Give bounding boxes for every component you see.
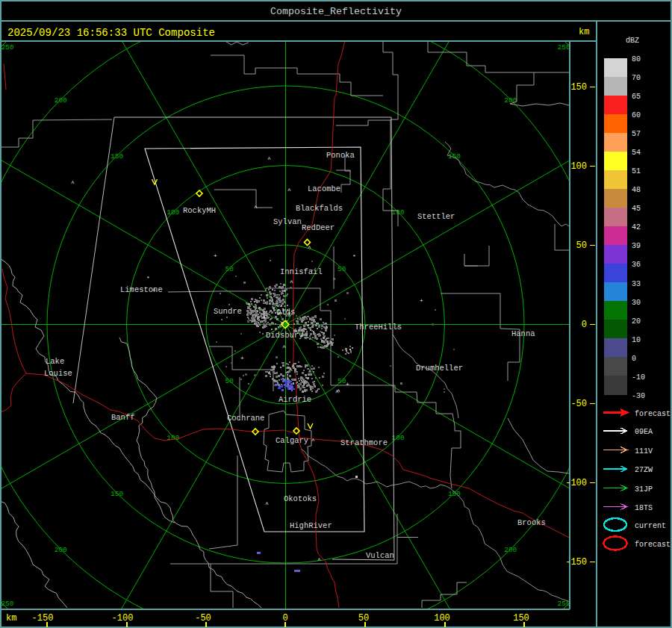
svg-text:18TS: 18TS [635,504,653,512]
svg-text:*: * [146,275,150,282]
svg-text:250: 250 [558,43,570,52]
svg-text:100: 100 [434,613,450,624]
svg-text:Sundre: Sundre [214,307,242,316]
svg-text:Limestone: Limestone [120,285,163,294]
svg-text:36: 36 [632,261,641,269]
svg-text:+: + [214,252,217,259]
svg-text:-150: -150 [32,613,54,624]
svg-text:ThreeHills: ThreeHills [355,323,402,332]
svg-text:Lacombe: Lacombe [308,184,340,193]
svg-text:Hanna: Hanna [511,329,535,338]
svg-text:Ponoka: Ponoka [326,151,355,160]
svg-text:km: km [579,27,589,37]
svg-text:51: 51 [632,167,641,175]
svg-text:Louise: Louise [44,369,72,378]
svg-text:^: ^ [282,344,286,351]
svg-text:Lake: Lake [46,357,64,366]
svg-text:Composite_Reflectivity: Composite_Reflectivity [270,6,402,17]
svg-text:RedDeer: RedDeer [302,223,335,232]
svg-text:+: + [240,355,244,361]
svg-text:^: ^ [267,156,271,163]
svg-text:150: 150 [111,490,123,498]
svg-text:50: 50 [225,265,234,273]
svg-text:48: 48 [632,186,641,194]
svg-text:50: 50 [576,240,587,251]
svg-text:250: 250 [558,600,570,608]
svg-text:-50: -50 [195,613,211,624]
svg-text:forecast: forecast [635,541,671,549]
svg-text:30: 30 [632,299,641,307]
svg-text:150: 150 [111,152,123,161]
svg-text:39: 39 [632,242,641,250]
svg-text:0: 0 [582,320,587,330]
svg-text:50: 50 [225,377,234,385]
svg-text:Calgary: Calgary [276,436,308,445]
svg-text:65: 65 [632,93,641,101]
svg-text:+: + [420,297,423,304]
svg-text:250: 250 [1,43,13,52]
svg-text:33: 33 [632,280,641,288]
svg-text:2025/09/23 16:56:33 UTC Compos: 2025/09/23 16:56:33 UTC Composite [7,27,215,39]
svg-text:-50: -50 [570,399,587,409]
svg-text:42: 42 [632,223,641,231]
svg-text:^: ^ [289,367,293,374]
svg-text:+: + [263,314,267,321]
svg-text:150: 150 [513,613,529,624]
svg-text:31JP: 31JP [635,485,653,494]
svg-text:-30: -30 [632,392,645,400]
svg-text:100: 100 [167,208,179,217]
svg-text:Drumheller: Drumheller [416,364,463,373]
svg-text:-100: -100 [112,613,134,624]
svg-text:HighRiver: HighRiver [290,521,332,530]
svg-text:current: current [635,522,666,530]
svg-text:Cochrane: Cochrane [227,414,264,423]
svg-text:*: * [352,253,356,260]
svg-text:^: ^ [71,180,75,187]
svg-text:forecast: forecast [635,410,671,418]
svg-text:-10: -10 [632,373,645,382]
svg-text:Strathmore: Strathmore [340,438,388,447]
svg-text:0: 0 [632,355,636,363]
svg-text:111V: 111V [635,447,653,456]
svg-text:RockyMH: RockyMH [183,206,216,215]
svg-text:100: 100 [167,434,179,442]
svg-text:45: 45 [632,205,641,213]
svg-text:^: ^ [287,187,291,194]
svg-text:Vulcan: Vulcan [366,551,394,560]
svg-text:^: ^ [254,205,258,211]
svg-text:dBZ: dBZ [626,37,639,45]
svg-text:Brooks: Brooks [517,518,546,527]
svg-text:70: 70 [632,74,641,82]
svg-text:Innisfail: Innisfail [280,267,323,276]
svg-text:^: ^ [290,279,293,286]
svg-text:200: 200 [504,546,517,554]
svg-text:200: 200 [55,96,67,105]
svg-text:0: 0 [282,613,287,624]
svg-text:Olds: Olds [276,308,295,317]
svg-text:50: 50 [358,613,369,624]
svg-text:^: ^ [308,245,311,252]
svg-text:50: 50 [337,265,346,273]
svg-text:150: 150 [570,82,587,93]
svg-text:150: 150 [448,152,461,161]
svg-text:09EA: 09EA [635,428,653,436]
svg-text:27ZW: 27ZW [635,466,653,474]
svg-text:^: ^ [317,557,321,564]
svg-text:km: km [6,613,16,624]
svg-text:+: + [346,381,349,388]
svg-text:100: 100 [570,161,587,172]
svg-text:^: ^ [311,438,315,444]
svg-text:Airdrie: Airdrie [279,395,311,404]
svg-text:^: ^ [265,501,269,508]
svg-text:Stettler: Stettler [417,212,455,221]
svg-text:250: 250 [1,600,13,608]
svg-text:54: 54 [632,149,641,157]
svg-text:Okotoks: Okotoks [284,494,317,503]
svg-text:-100: -100 [565,478,587,488]
svg-text:Sylvan: Sylvan [273,217,302,226]
svg-text:Didsbury: Didsbury [266,331,303,340]
svg-text:60: 60 [632,111,641,119]
svg-text:Banff: Banff [111,413,135,422]
svg-text:80: 80 [632,55,641,63]
svg-text:^: ^ [337,388,340,395]
